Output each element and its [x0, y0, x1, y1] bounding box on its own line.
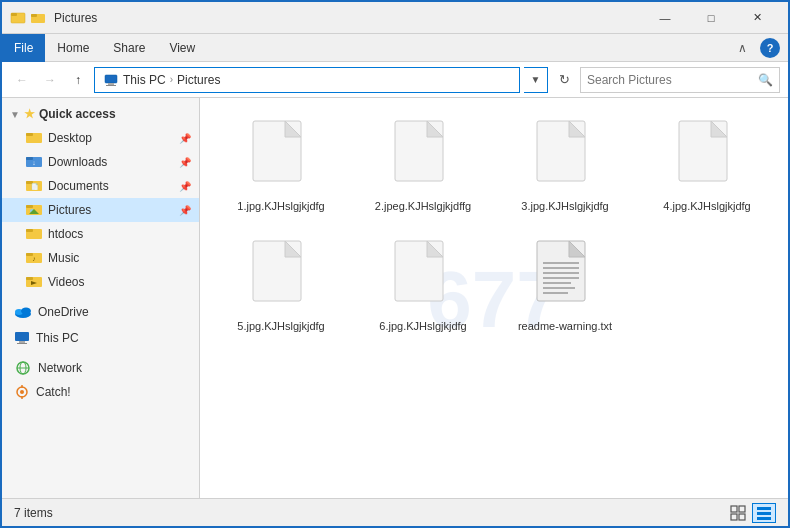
- minimize-button[interactable]: —: [642, 2, 688, 34]
- up-button[interactable]: ↑: [66, 68, 90, 92]
- svg-point-37: [20, 390, 24, 394]
- view-list-button[interactable]: [752, 503, 776, 523]
- file-icon-6: [391, 239, 455, 315]
- status-bar: 7 items: [2, 498, 788, 526]
- svg-rect-20: [26, 229, 33, 232]
- maximize-button[interactable]: □: [688, 2, 734, 34]
- file-name-6: 6.jpg.KJHslgjkjdfg: [379, 319, 466, 333]
- onedrive-icon: [14, 305, 32, 319]
- pictures-label: Pictures: [48, 203, 91, 217]
- network-icon: [14, 361, 32, 375]
- file-item-1[interactable]: 1.jpg.KJHslgjkjdfg: [212, 110, 350, 222]
- sidebar-item-music[interactable]: ♪ Music: [2, 246, 199, 270]
- menu-bar: File Home Share View ∧ ?: [2, 34, 788, 62]
- sidebar-item-network[interactable]: Network: [2, 356, 199, 380]
- sidebar-item-htdocs[interactable]: htdocs: [2, 222, 199, 246]
- htdocs-label: htdocs: [48, 227, 83, 241]
- refresh-button[interactable]: ↻: [552, 67, 576, 93]
- file-name-7: readme-warning.txt: [518, 319, 612, 333]
- main-area: ▼ ★ Quick access Desktop 📌 ↓ Downloads 📌: [2, 98, 788, 502]
- onedrive-label: OneDrive: [38, 305, 89, 319]
- svg-rect-31: [19, 341, 25, 343]
- view-toggle: [726, 503, 776, 523]
- svg-rect-5: [108, 83, 114, 85]
- file-item-3[interactable]: 3.jpg.KJHslgjkjdfg: [496, 110, 634, 222]
- forward-button[interactable]: →: [38, 68, 62, 92]
- menu-home[interactable]: Home: [45, 34, 101, 62]
- sidebar-item-documents[interactable]: 📄 Documents 📌: [2, 174, 199, 198]
- music-folder-icon: ♪: [26, 251, 42, 265]
- file-item-7[interactable]: readme-warning.txt: [496, 230, 634, 342]
- sidebar-item-catch[interactable]: Catch!: [2, 380, 199, 404]
- quick-access-icon: [10, 10, 26, 26]
- path-part-thispc: This PC: [123, 73, 166, 87]
- thispc-label: This PC: [36, 331, 79, 345]
- svg-text:↓: ↓: [32, 159, 36, 166]
- svg-rect-6: [106, 85, 116, 86]
- file-item-4[interactable]: 4.jpg.KJHslgjkjdfg: [638, 110, 776, 222]
- svg-text:♪: ♪: [32, 255, 36, 262]
- htdocs-folder-icon: [26, 227, 42, 241]
- svg-rect-68: [731, 506, 737, 512]
- help-button[interactable]: ?: [760, 38, 780, 58]
- address-path[interactable]: This PC › Pictures: [94, 67, 520, 93]
- file-icon-4: [675, 119, 739, 195]
- svg-rect-25: [26, 277, 33, 280]
- svg-point-29: [21, 308, 31, 315]
- file-icon-3: [533, 119, 597, 195]
- sidebar-section-quickaccess: ▼ ★ Quick access: [2, 102, 199, 126]
- close-button[interactable]: ✕: [734, 2, 780, 34]
- svg-rect-8: [26, 133, 33, 136]
- file-icon-1: [249, 119, 313, 195]
- quickaccess-icon: ★: [24, 107, 35, 121]
- music-label: Music: [48, 251, 79, 265]
- sidebar-item-desktop[interactable]: Desktop 📌: [2, 126, 199, 150]
- catch-icon: [14, 385, 30, 399]
- window-controls: — □ ✕: [642, 2, 780, 34]
- menu-view[interactable]: View: [157, 34, 207, 62]
- window-title: Pictures: [54, 11, 642, 25]
- file-item-5[interactable]: 5.jpg.KJHslgjkjdfg: [212, 230, 350, 342]
- title-bar: Pictures — □ ✕: [2, 2, 788, 34]
- file-name-4: 4.jpg.KJHslgjkjdfg: [663, 199, 750, 213]
- svg-rect-74: [757, 517, 771, 520]
- svg-rect-16: [26, 205, 33, 208]
- downloads-folder-icon: ↓: [26, 155, 42, 169]
- menu-file[interactable]: File: [2, 34, 45, 62]
- thispc-icon: [14, 331, 30, 345]
- sidebar-item-downloads[interactable]: ↓ Downloads 📌: [2, 150, 199, 174]
- svg-rect-32: [17, 343, 27, 344]
- desktop-label: Desktop: [48, 131, 92, 145]
- address-bar: ← → ↑ This PC › Pictures ▼ ↻ 🔍: [2, 62, 788, 98]
- pc-icon: [103, 72, 119, 88]
- title-bar-icons: [10, 10, 46, 26]
- sidebar-item-onedrive[interactable]: OneDrive: [2, 300, 199, 324]
- sidebar: ▼ ★ Quick access Desktop 📌 ↓ Downloads 📌: [2, 98, 200, 502]
- menu-share[interactable]: Share: [101, 34, 157, 62]
- svg-rect-3: [31, 14, 37, 17]
- file-name-1: 1.jpg.KJHslgjkjdfg: [237, 199, 324, 213]
- address-chevron[interactable]: ▼: [524, 67, 548, 93]
- sidebar-item-pictures[interactable]: Pictures 📌: [2, 198, 199, 222]
- svg-rect-30: [15, 332, 29, 341]
- file-item-6[interactable]: 6.jpg.KJHslgjkjdfg: [354, 230, 492, 342]
- svg-rect-70: [731, 514, 737, 520]
- item-count: 7 items: [14, 506, 53, 520]
- back-button[interactable]: ←: [10, 68, 34, 92]
- search-input[interactable]: [587, 73, 754, 87]
- sidebar-item-videos[interactable]: Videos: [2, 270, 199, 294]
- svg-text:📄: 📄: [31, 183, 39, 191]
- search-box[interactable]: 🔍: [580, 67, 780, 93]
- path-part-pictures: Pictures: [177, 73, 220, 87]
- ribbon-toggle[interactable]: ∧: [728, 36, 756, 60]
- downloads-pin: 📌: [179, 157, 191, 168]
- view-grid-button[interactable]: [726, 503, 750, 523]
- svg-rect-72: [757, 507, 771, 510]
- file-item-2[interactable]: 2.jpeg.KJHslgjkjdffg: [354, 110, 492, 222]
- desktop-pin: 📌: [179, 133, 191, 144]
- downloads-label: Downloads: [48, 155, 107, 169]
- svg-rect-71: [739, 514, 745, 520]
- svg-rect-73: [757, 512, 771, 515]
- sidebar-item-thispc[interactable]: This PC: [2, 326, 199, 350]
- videos-folder-icon: [26, 275, 42, 289]
